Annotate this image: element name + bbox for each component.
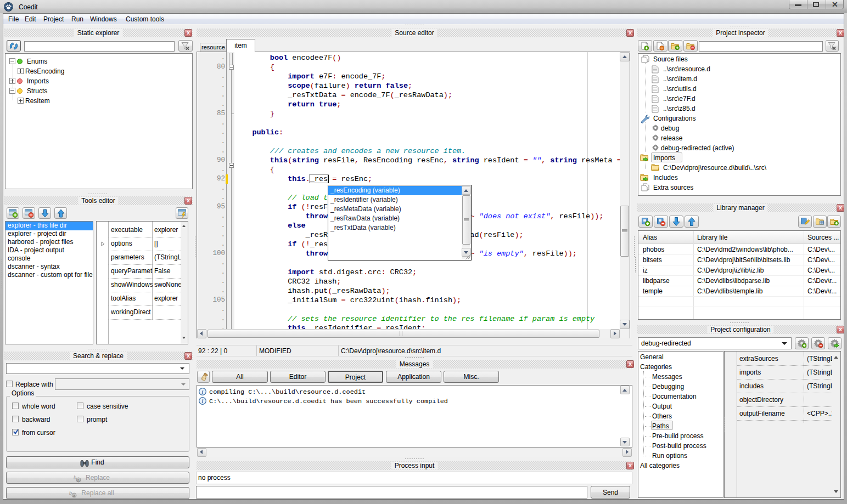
svg-text:b: b — [69, 490, 72, 496]
svg-text:i: i — [202, 398, 204, 404]
svg-text:a: a — [77, 478, 80, 483]
svg-text:a: a — [73, 493, 76, 498]
svg-text:i: i — [202, 389, 204, 395]
svg-text:b: b — [74, 475, 76, 480]
